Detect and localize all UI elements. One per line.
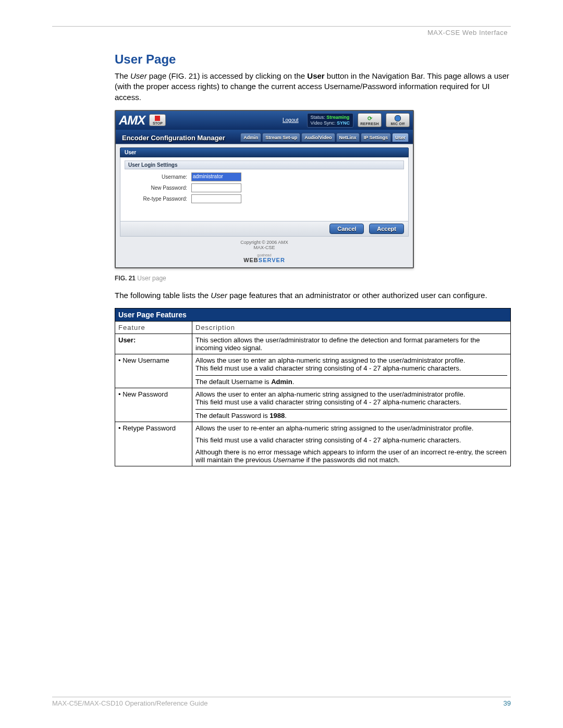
table-row: • Retype Password Allows the user to re-… <box>115 422 511 466</box>
table-row: • New Username Allows the user to enter … <box>115 354 511 388</box>
product-text: MAX-CSE <box>118 245 411 250</box>
manager-title: Encoder Configuration Manager <box>122 134 225 142</box>
app-copyright-area: Copyright © 2006 AMX MAX-CSE goahead WEB… <box>118 237 411 265</box>
tab-audio-video[interactable]: Audio/Video <box>301 133 335 142</box>
figure-text: User page <box>137 275 166 282</box>
app-body: User User Login Settings Username: admin… <box>116 144 413 267</box>
feature-new-password: • New Password <box>115 388 192 422</box>
extra-retype-suffix: if the passwords did not match. <box>304 456 400 464</box>
para2-user-italic: User <box>211 291 227 300</box>
feature-user: User: <box>118 336 136 344</box>
server-label: SERVER <box>259 257 285 263</box>
sync-value: SYNC <box>337 120 350 126</box>
stop-button[interactable]: STOP <box>149 114 166 126</box>
footer-guide: MAX-C5E/MAX-CSD10 Operation/Reference Gu… <box>52 699 207 707</box>
panel-footer: Cancel Accept <box>120 221 409 237</box>
accept-button[interactable]: Accept <box>369 224 404 234</box>
header-divider <box>52 26 511 27</box>
table-title: User Page Features <box>115 309 511 322</box>
app-screenshot: AMX STOP Logout Status: Streaming Video … <box>115 110 414 268</box>
intro-text-a: The <box>115 71 130 80</box>
intro-paragraph: The User page (FIG. 21) is accessed by c… <box>115 71 511 103</box>
web-label: WEB <box>243 257 259 263</box>
panel-body: User Login Settings Username: administra… <box>120 157 409 221</box>
new-password-input[interactable] <box>191 183 241 192</box>
feature-retype-password: • Retype Password <box>115 422 192 466</box>
desc-new-password-1: Allows the user to enter an alpha-numeri… <box>195 390 507 398</box>
tab-admin[interactable]: Admin <box>240 133 261 142</box>
amx-logo: AMX <box>119 113 145 128</box>
intro-user-bold: User <box>307 71 324 80</box>
table-row: User: This section allows the user/admin… <box>115 334 511 354</box>
goahead-label: goahead <box>118 253 411 257</box>
para2: The following table lists the User page … <box>115 290 511 301</box>
desc-user: This section allows the user/administrat… <box>192 334 511 354</box>
tab-bar: Admin Stream Set-up Audio/Video NetLinx … <box>240 133 409 142</box>
note-username-prefix: The default Username is <box>195 378 271 386</box>
desc-new-password-2: This field must use a valid character st… <box>195 398 507 406</box>
header-breadcrumb: MAX-CSE Web Interface <box>52 29 511 36</box>
para2-b: page features that an administrator or o… <box>227 291 487 300</box>
table-head-desc: Description <box>192 322 511 334</box>
tab-ip-settings[interactable]: IP Settings <box>361 133 391 142</box>
app-topbar: AMX STOP Logout Status: Streaming Video … <box>116 111 413 130</box>
page-footer: MAX-C5E/MAX-CSD10 Operation/Reference Gu… <box>52 697 511 707</box>
tab-user[interactable]: User <box>392 133 409 142</box>
new-password-label: New Password: <box>125 185 187 191</box>
refresh-button[interactable]: ⟳ REFRESH <box>358 113 382 127</box>
note-password-bold: 1988 <box>270 412 285 419</box>
retype-password-label: Re-type Password: <box>125 196 187 202</box>
tab-netlinx[interactable]: NetLinx <box>336 133 360 142</box>
logout-link[interactable]: Logout <box>283 117 303 123</box>
cancel-button[interactable]: Cancel <box>329 224 364 234</box>
features-table: User Page Features Feature Description U… <box>115 308 511 466</box>
username-input[interactable]: administrator <box>191 172 241 181</box>
note-username-suffix: . <box>292 378 295 386</box>
refresh-icon: ⟳ <box>366 115 373 122</box>
subpanel-header: User Login Settings <box>125 161 404 169</box>
stop-icon <box>155 116 160 121</box>
figure-number: FIG. 21 <box>115 275 136 282</box>
para2-a: The following table lists the <box>115 291 211 300</box>
status-label: Status: <box>311 115 325 120</box>
refresh-label: REFRESH <box>360 122 379 126</box>
panel-header-user: User <box>120 147 409 157</box>
feature-new-username: • New Username <box>115 354 192 388</box>
desc-new-username-1: Allows the user to enter an alpha-numeri… <box>195 356 507 364</box>
copyright-text: Copyright © 2006 AMX <box>118 240 411 245</box>
desc-retype-2: This field must use a valid character st… <box>195 436 507 444</box>
desc-retype-1: Allows the user to re-enter an alpha-num… <box>195 424 507 432</box>
retype-password-input[interactable] <box>191 194 241 203</box>
mic-button[interactable]: MIC Off <box>386 113 410 127</box>
note-password-suffix: . <box>285 412 287 419</box>
mic-icon <box>394 115 401 122</box>
note-username-bold: Admin <box>271 378 292 386</box>
table-head-feature: Feature <box>115 322 192 334</box>
sync-label: Video Sync: <box>311 120 336 126</box>
stop-label: STOP <box>153 121 163 125</box>
extra-retype-italic: Username <box>273 456 304 464</box>
tab-stream-setup[interactable]: Stream Set-up <box>262 133 300 142</box>
username-label: Username: <box>125 174 187 180</box>
section-title: User Page <box>115 52 511 67</box>
table-row: • New Password Allows the user to enter … <box>115 388 511 422</box>
intro-text-b: page (FIG. 21) is accessed by clicking o… <box>147 71 308 80</box>
status-value: Streaming <box>326 115 349 120</box>
title-bar: Encoder Configuration Manager Admin Stre… <box>116 130 413 144</box>
mic-label: MIC Off <box>391 122 405 126</box>
figure-caption: FIG. 21 User page <box>115 275 511 282</box>
footer-page-number: 39 <box>504 699 511 707</box>
intro-user-italic: User <box>130 71 147 80</box>
desc-new-username-2: This field must use a valid character st… <box>195 364 507 372</box>
status-box: Status: Streaming Video Sync: SYNC <box>307 113 353 128</box>
note-password-prefix: The default Password is <box>195 412 270 419</box>
